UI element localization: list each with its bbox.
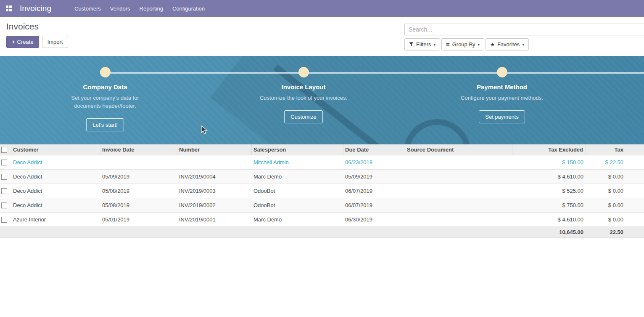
chevron-down-icon: ▾ xyxy=(522,43,524,47)
filter-funnel-icon xyxy=(409,42,414,47)
cell-number: INV/2019/0001 xyxy=(177,213,252,226)
cell-tax-excluded: $ 750.00 xyxy=(512,198,586,212)
cell-number: INV/2019/0002 xyxy=(177,198,252,212)
cell-number xyxy=(177,155,252,169)
cell-tax: $ 0.00 xyxy=(586,184,644,198)
nav-item-customers[interactable]: Customers xyxy=(70,0,106,17)
cell-salesperson: Mitchell Admin xyxy=(252,155,343,169)
search-input[interactable] xyxy=(404,24,644,35)
cell-source-document xyxy=(405,155,512,169)
filter-bar: Filters ▾ ≡ Group By ▾ ★ Favorites ▾ xyxy=(404,38,644,51)
create-button-label: Create xyxy=(17,39,34,45)
nav-item-vendors[interactable]: Vendors xyxy=(106,0,135,17)
cell-tax-excluded: $ 4,610.00 xyxy=(512,213,586,226)
step-title: Company Data xyxy=(83,83,127,91)
plus-icon: + xyxy=(12,39,15,45)
table-row[interactable]: Deco Addict 05/08/2019 INV/2019/0002 Odo… xyxy=(0,198,644,213)
cell-tax-excluded: $ 4,610.00 xyxy=(512,170,586,184)
group-by-lines-icon: ≡ xyxy=(446,41,450,48)
cell-tax-excluded: $ 525.00 xyxy=(512,184,586,198)
app-brand[interactable]: Invoicing xyxy=(20,4,51,13)
cell-tax: $ 0.00 xyxy=(586,213,644,226)
cell-customer: Deco Addict xyxy=(11,198,100,212)
cell-customer: Deco Addict xyxy=(11,170,100,184)
cell-customer: Deco Addict xyxy=(11,184,100,198)
nav-item-reporting[interactable]: Reporting xyxy=(135,0,168,17)
cell-tax: $ 0.00 xyxy=(586,170,644,184)
table-totals-row: 10,645.00 22.50 xyxy=(0,227,644,238)
column-header-invoice-date[interactable]: Invoice Date xyxy=(100,144,177,155)
group-by-button[interactable]: ≡ Group By ▾ xyxy=(441,38,484,51)
cell-salesperson: Marc Demo xyxy=(252,170,343,184)
cell-due-date: 06/07/2019 xyxy=(343,184,405,198)
step-description: Customize the look of your invoices. xyxy=(259,94,349,102)
set-payments-button[interactable]: Set payments xyxy=(479,110,525,123)
onboarding-banner: Company Data Set your company's data for… xyxy=(0,56,644,144)
column-header-salesperson[interactable]: Salesperson xyxy=(252,144,343,155)
column-header-tax[interactable]: Tax xyxy=(586,144,644,155)
cell-invoice-date: 05/09/2019 xyxy=(100,170,177,184)
cell-due-date: 06/23/2019 xyxy=(343,155,405,169)
create-button[interactable]: + Create xyxy=(6,36,39,48)
cell-customer: Azure Interior xyxy=(11,213,100,226)
column-header-number[interactable]: Number xyxy=(177,144,252,155)
cell-number: INV/2019/0004 xyxy=(177,170,252,184)
column-header-source-document[interactable]: Source Document xyxy=(405,144,512,155)
cell-invoice-date xyxy=(100,155,177,169)
step-dot xyxy=(100,67,111,77)
import-button-label: Import xyxy=(48,39,63,45)
onboarding-step-company-data: Company Data Set your company's data for… xyxy=(6,56,204,144)
filters-button[interactable]: Filters ▾ xyxy=(404,38,440,51)
cell-salesperson: OdooBot xyxy=(252,198,343,212)
step-title: Payment Method xyxy=(477,83,527,91)
invoice-list: Customer Invoice Date Number Salesperson… xyxy=(0,144,644,238)
navbar-menu: Customers Vendors Reporting Configuratio… xyxy=(70,0,209,17)
step-dot xyxy=(497,67,507,77)
control-panel: Invoices + Create Import Filters ▾ ≡ Gro xyxy=(0,17,644,56)
cell-tax-excluded: $ 150.00 xyxy=(512,155,586,169)
cell-source-document xyxy=(405,184,512,198)
onboarding-step-payment-method: Payment Method Configure your payment me… xyxy=(403,56,601,144)
column-header-tax-excluded[interactable]: Tax Excluded xyxy=(512,144,586,155)
column-header-customer[interactable]: Customer xyxy=(11,144,100,155)
nav-item-configuration[interactable]: Configuration xyxy=(168,0,209,17)
favorites-button-label: Favorites xyxy=(497,41,520,48)
customize-button[interactable]: Customize xyxy=(284,110,322,123)
select-all-checkbox[interactable] xyxy=(1,147,7,153)
cell-source-document xyxy=(405,170,512,184)
total-tax-excluded: 10,645.00 xyxy=(512,227,586,237)
cell-due-date: 06/30/2019 xyxy=(343,213,405,226)
row-checkbox[interactable] xyxy=(1,174,7,180)
cell-source-document xyxy=(405,213,512,226)
chevron-down-icon: ▾ xyxy=(433,43,435,47)
table-row[interactable]: Deco Addict 05/09/2019 INV/2019/0004 Mar… xyxy=(0,170,644,184)
import-button[interactable]: Import xyxy=(42,36,69,48)
apps-grid-icon[interactable] xyxy=(6,5,12,12)
step-description: Set your company's data for documents he… xyxy=(60,94,150,110)
cell-tax: $ 0.00 xyxy=(586,198,644,212)
row-checkbox[interactable] xyxy=(1,160,7,165)
lets-start-button[interactable]: Let's start! xyxy=(86,118,124,131)
total-tax: 22.50 xyxy=(586,227,644,237)
onboarding-step-invoice-layout: Invoice Layout Customize the look of you… xyxy=(204,56,403,144)
row-checkbox[interactable] xyxy=(1,217,7,223)
cell-invoice-date: 05/08/2019 xyxy=(100,184,177,198)
star-icon: ★ xyxy=(490,42,495,48)
cell-invoice-date: 05/01/2019 xyxy=(100,213,177,226)
row-checkbox[interactable] xyxy=(1,202,7,208)
table-row[interactable]: Deco Addict 05/08/2019 INV/2019/0003 Odo… xyxy=(0,184,644,198)
cell-due-date: 06/07/2019 xyxy=(343,198,405,212)
favorites-button[interactable]: ★ Favorites ▾ xyxy=(486,38,529,51)
cell-due-date: 05/09/2019 xyxy=(343,170,405,184)
table-row[interactable]: Azure Interior 05/01/2019 INV/2019/0001 … xyxy=(0,213,644,227)
group-by-button-label: Group By xyxy=(452,41,475,48)
cell-salesperson: OdooBot xyxy=(252,184,343,198)
chevron-down-icon: ▾ xyxy=(478,43,480,47)
table-row[interactable]: Deco Addict Mitchell Admin 06/23/2019 $ … xyxy=(0,155,644,170)
row-checkbox[interactable] xyxy=(1,188,7,194)
cell-source-document xyxy=(405,198,512,212)
column-header-due-date[interactable]: Due Date xyxy=(343,144,405,155)
step-dot xyxy=(298,67,309,77)
filters-button-label: Filters xyxy=(416,41,431,48)
cell-customer: Deco Addict xyxy=(11,155,100,169)
